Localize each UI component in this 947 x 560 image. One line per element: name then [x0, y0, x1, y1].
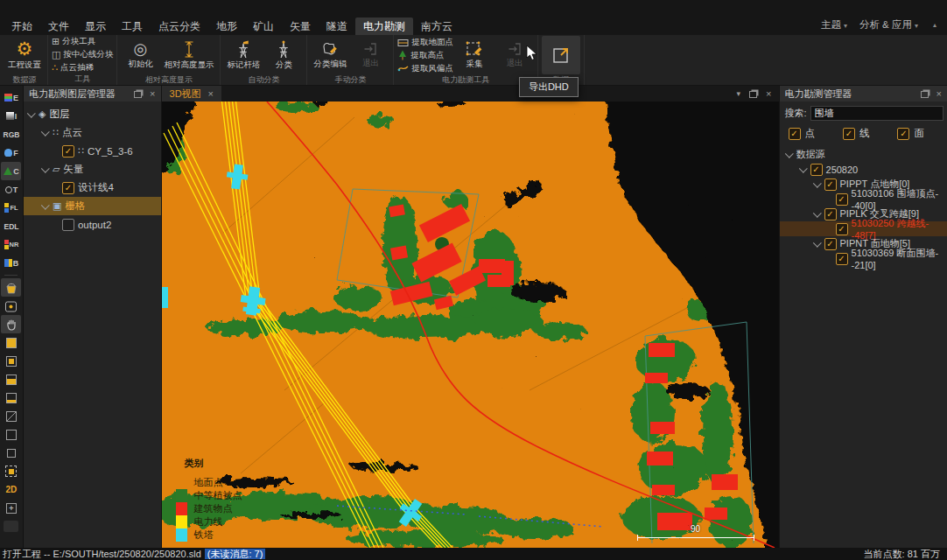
fix-mode-button[interactable]: F: [1, 144, 21, 162]
extract-ground-points-button[interactable]: 提取地面点: [397, 37, 453, 48]
extract-wind-deviation-button[interactable]: 提取风偏点: [397, 63, 453, 74]
checkbox-checked[interactable]: ✓: [843, 128, 855, 140]
tree-row-raster-group-selected[interactable]: ▣ 栅格: [24, 197, 161, 215]
tree-row-pointcloud-item[interactable]: ✓ ∷ CY_5_3-6: [24, 142, 161, 160]
menu-vector[interactable]: 矢量: [282, 18, 319, 35]
thin-pointcloud-button[interactable]: ∴ 点云抽稀: [52, 62, 113, 74]
checkbox-checked[interactable]: ✓: [62, 145, 74, 158]
cube-diagonal-button[interactable]: [1, 407, 21, 425]
elevation-mode-button[interactable]: E: [1, 88, 21, 107]
close-view-icon[interactable]: ×: [766, 89, 771, 98]
filter-line[interactable]: ✓线: [843, 127, 870, 140]
menu-mine[interactable]: 矿山: [245, 18, 282, 35]
checkbox-checked[interactable]: ✓: [836, 253, 848, 265]
chevron-down-icon[interactable]: [812, 209, 821, 218]
tree-row-crossing-line-selected[interactable]: ✓ 51030250 跨越线--48[7]: [780, 221, 947, 236]
chevron-down-icon[interactable]: [798, 164, 807, 173]
block-tool-button[interactable]: ⊞ 分块工具: [52, 36, 113, 47]
filter-area[interactable]: ✓面: [897, 127, 924, 140]
chevron-down-icon[interactable]: [784, 150, 793, 158]
inactive-tool-button[interactable]: [4, 521, 18, 532]
float-panel-icon[interactable]: [134, 91, 142, 98]
close-tab-icon[interactable]: ×: [208, 89, 214, 98]
extract-high-points-button[interactable]: 提取高点: [397, 50, 453, 61]
float-panel-icon[interactable]: [921, 91, 929, 98]
float-view-icon[interactable]: [749, 91, 757, 98]
chevron-down-icon[interactable]: [812, 239, 821, 248]
tree-row-design-line[interactable]: ✓ 设计线4: [24, 178, 161, 197]
classify-edit-button[interactable]: 分类编辑: [311, 36, 349, 74]
relative-height-display-button[interactable]: 相对高度显示: [161, 36, 216, 74]
nr-mode-button[interactable]: NR: [1, 235, 21, 254]
paint-bucket-button[interactable]: [1, 278, 21, 297]
tree-row-output2[interactable]: output2: [24, 215, 161, 234]
menu-power-survey[interactable]: 电力勘测: [355, 18, 413, 35]
checkbox-checked[interactable]: ✓: [897, 128, 909, 140]
export-dhd-button[interactable]: [542, 36, 580, 74]
intensity-mode-button[interactable]: I: [1, 107, 21, 125]
menu-tunnel[interactable]: 隧道: [319, 18, 355, 35]
chevron-down-icon[interactable]: [41, 201, 50, 210]
pan-button[interactable]: [1, 315, 21, 333]
checkbox-checked[interactable]: ✓: [824, 178, 837, 191]
point-cloud-canvas[interactable]: 类别 地面点 中等植被点 建筑物点 电力线 铁塔 90: [162, 102, 779, 548]
collect-button[interactable]: 采集: [455, 36, 494, 74]
chevron-down-icon[interactable]: [812, 179, 821, 188]
tree-row-layers-root[interactable]: ◈ 图层: [24, 105, 161, 123]
menu-terrain[interactable]: 地形: [208, 18, 245, 35]
menu-display[interactable]: 显示: [77, 18, 114, 35]
checkbox-checked[interactable]: ✓: [789, 128, 801, 140]
checkbox-checked[interactable]: ✓: [62, 182, 74, 194]
classification-mode-button[interactable]: C: [1, 162, 21, 180]
clip-box-button[interactable]: [1, 297, 21, 315]
checkbox-checked[interactable]: ✓: [824, 208, 837, 220]
cube-front-button[interactable]: [1, 370, 21, 388]
chevron-down-icon[interactable]: ▾: [737, 89, 741, 98]
tree-row-vector-group[interactable]: ▱ 矢量: [24, 160, 161, 178]
fl-mode-button[interactable]: FL: [1, 199, 21, 217]
cube-bottom-button[interactable]: [1, 388, 21, 407]
checkbox-checked[interactable]: ✓: [836, 193, 848, 206]
menu-file[interactable]: 文件: [40, 18, 77, 35]
mark-tower-button[interactable]: 标记杆塔: [224, 36, 263, 74]
tree-row-dataset[interactable]: ✓ 250820: [780, 162, 947, 177]
chevron-down-icon[interactable]: [41, 164, 50, 173]
menu-pointcloud-classify[interactable]: 点云分类: [151, 18, 208, 35]
rgb-mode-button[interactable]: RGB: [1, 125, 21, 144]
project-settings-button[interactable]: ⚙ 工程设置: [5, 36, 44, 74]
checkbox-checked[interactable]: ✓: [810, 164, 823, 176]
2d-view-button[interactable]: 2D: [1, 480, 21, 499]
close-panel-icon[interactable]: ×: [150, 89, 155, 98]
edl-mode-button[interactable]: EDL: [1, 217, 21, 235]
tab-3d-view[interactable]: 3D视图 ×: [162, 86, 222, 102]
menu-tools[interactable]: 工具: [114, 18, 151, 35]
checkbox-checked[interactable]: ✓: [836, 223, 848, 235]
cube-wire-small-button[interactable]: [1, 444, 21, 462]
cube-inner-button[interactable]: [1, 352, 21, 370]
checkbox-unchecked[interactable]: [62, 219, 74, 231]
blend-mode-button[interactable]: B: [1, 254, 21, 272]
initialize-button[interactable]: ◎ 初始化: [121, 36, 159, 74]
time-mode-button[interactable]: T: [1, 180, 21, 199]
select-region-button[interactable]: [1, 462, 21, 480]
close-panel-icon[interactable]: ×: [936, 89, 942, 98]
menu-south-cloud[interactable]: 南方云: [413, 18, 460, 35]
menu-start[interactable]: 开始: [4, 18, 40, 35]
tree-row-wall-top[interactable]: ✓ 51030106 围墙顶点--40[0]: [780, 192, 947, 206]
tree-row-datasource[interactable]: 数据源: [780, 147, 947, 162]
zoom-extent-button[interactable]: +: [1, 499, 21, 517]
tree-row-section-wall[interactable]: ✓ 51030369 断面围墙--21[0]: [780, 251, 947, 266]
checkbox-checked[interactable]: ✓: [824, 238, 837, 250]
cube-wire-button[interactable]: [1, 425, 21, 444]
search-input[interactable]: [810, 106, 943, 121]
theme-dropdown[interactable]: 主题▾: [821, 18, 847, 32]
chevron-down-icon[interactable]: [41, 128, 50, 136]
exit-classify-button[interactable]: 退出: [351, 36, 389, 74]
collapse-ribbon-icon[interactable]: ▴: [933, 21, 936, 29]
chevron-down-icon[interactable]: [27, 109, 36, 118]
filter-point[interactable]: ✓点: [789, 127, 816, 140]
cube-solid-button[interactable]: [1, 333, 21, 352]
classify-button[interactable]: 分类: [264, 36, 303, 74]
tree-row-pointcloud-group[interactable]: ∷ 点云: [24, 123, 161, 142]
centerline-block-button[interactable]: ◫ 按中心线分块: [52, 49, 113, 60]
